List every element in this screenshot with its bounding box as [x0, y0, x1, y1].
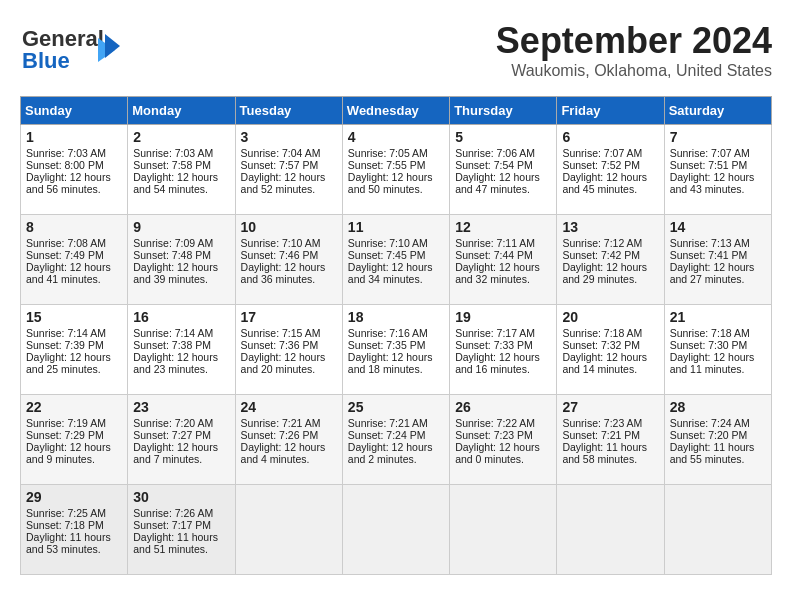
- table-row: 20 Sunrise: 7:18 AM Sunset: 7:32 PM Dayl…: [557, 305, 664, 395]
- daylight-label: Daylight: 12 hours and 16 minutes.: [455, 351, 540, 375]
- daylight-label: Daylight: 12 hours and 14 minutes.: [562, 351, 647, 375]
- table-row: 18 Sunrise: 7:16 AM Sunset: 7:35 PM Dayl…: [342, 305, 449, 395]
- table-row: 9 Sunrise: 7:09 AM Sunset: 7:48 PM Dayli…: [128, 215, 235, 305]
- sunset-label: Sunset: 7:45 PM: [348, 249, 426, 261]
- table-row: 28 Sunrise: 7:24 AM Sunset: 7:20 PM Dayl…: [664, 395, 771, 485]
- sunrise-label: Sunrise: 7:18 AM: [670, 327, 750, 339]
- day-number: 6: [562, 129, 658, 145]
- table-row: 16 Sunrise: 7:14 AM Sunset: 7:38 PM Dayl…: [128, 305, 235, 395]
- sunset-label: Sunset: 7:44 PM: [455, 249, 533, 261]
- daylight-label: Daylight: 12 hours and 25 minutes.: [26, 351, 111, 375]
- sunset-label: Sunset: 7:38 PM: [133, 339, 211, 351]
- daylight-label: Daylight: 12 hours and 39 minutes.: [133, 261, 218, 285]
- table-row: 6 Sunrise: 7:07 AM Sunset: 7:52 PM Dayli…: [557, 125, 664, 215]
- calendar-table: Sunday Monday Tuesday Wednesday Thursday…: [20, 96, 772, 575]
- daylight-label: Daylight: 11 hours and 58 minutes.: [562, 441, 647, 465]
- daylight-label: Daylight: 12 hours and 43 minutes.: [670, 171, 755, 195]
- calendar-week-row: 1 Sunrise: 7:03 AM Sunset: 8:00 PM Dayli…: [21, 125, 772, 215]
- day-number: 13: [562, 219, 658, 235]
- table-row: 25 Sunrise: 7:21 AM Sunset: 7:24 PM Dayl…: [342, 395, 449, 485]
- sunrise-label: Sunrise: 7:11 AM: [455, 237, 535, 249]
- calendar-week-row: 29 Sunrise: 7:25 AM Sunset: 7:18 PM Dayl…: [21, 485, 772, 575]
- day-number: 28: [670, 399, 766, 415]
- daylight-label: Daylight: 12 hours and 29 minutes.: [562, 261, 647, 285]
- day-number: 1: [26, 129, 122, 145]
- day-number: 9: [133, 219, 229, 235]
- sunrise-label: Sunrise: 7:05 AM: [348, 147, 428, 159]
- day-number: 25: [348, 399, 444, 415]
- daylight-label: Daylight: 12 hours and 7 minutes.: [133, 441, 218, 465]
- day-number: 16: [133, 309, 229, 325]
- table-row: 3 Sunrise: 7:04 AM Sunset: 7:57 PM Dayli…: [235, 125, 342, 215]
- sunset-label: Sunset: 7:39 PM: [26, 339, 104, 351]
- sunset-label: Sunset: 7:32 PM: [562, 339, 640, 351]
- day-number: 20: [562, 309, 658, 325]
- table-row: 10 Sunrise: 7:10 AM Sunset: 7:46 PM Dayl…: [235, 215, 342, 305]
- sunset-label: Sunset: 7:58 PM: [133, 159, 211, 171]
- col-wednesday: Wednesday: [342, 97, 449, 125]
- daylight-label: Daylight: 12 hours and 11 minutes.: [670, 351, 755, 375]
- day-number: 14: [670, 219, 766, 235]
- sunset-label: Sunset: 7:41 PM: [670, 249, 748, 261]
- table-row: [557, 485, 664, 575]
- sunset-label: Sunset: 7:49 PM: [26, 249, 104, 261]
- sunrise-label: Sunrise: 7:03 AM: [133, 147, 213, 159]
- sunset-label: Sunset: 7:17 PM: [133, 519, 211, 531]
- calendar-week-row: 22 Sunrise: 7:19 AM Sunset: 7:29 PM Dayl…: [21, 395, 772, 485]
- col-tuesday: Tuesday: [235, 97, 342, 125]
- day-number: 26: [455, 399, 551, 415]
- day-number: 30: [133, 489, 229, 505]
- sunset-label: Sunset: 7:27 PM: [133, 429, 211, 441]
- day-number: 18: [348, 309, 444, 325]
- table-row: 12 Sunrise: 7:11 AM Sunset: 7:44 PM Dayl…: [450, 215, 557, 305]
- sunset-label: Sunset: 7:52 PM: [562, 159, 640, 171]
- sunrise-label: Sunrise: 7:03 AM: [26, 147, 106, 159]
- sunset-label: Sunset: 7:48 PM: [133, 249, 211, 261]
- table-row: [664, 485, 771, 575]
- day-number: 12: [455, 219, 551, 235]
- daylight-label: Daylight: 12 hours and 4 minutes.: [241, 441, 326, 465]
- day-number: 5: [455, 129, 551, 145]
- table-row: 4 Sunrise: 7:05 AM Sunset: 7:55 PM Dayli…: [342, 125, 449, 215]
- table-row: 17 Sunrise: 7:15 AM Sunset: 7:36 PM Dayl…: [235, 305, 342, 395]
- day-number: 24: [241, 399, 337, 415]
- day-number: 23: [133, 399, 229, 415]
- daylight-label: Daylight: 12 hours and 47 minutes.: [455, 171, 540, 195]
- daylight-label: Daylight: 11 hours and 51 minutes.: [133, 531, 218, 555]
- page-header: General Blue September 2024 Waukomis, Ok…: [20, 20, 772, 80]
- sunset-label: Sunset: 7:20 PM: [670, 429, 748, 441]
- daylight-label: Daylight: 12 hours and 2 minutes.: [348, 441, 433, 465]
- table-row: 24 Sunrise: 7:21 AM Sunset: 7:26 PM Dayl…: [235, 395, 342, 485]
- sunset-label: Sunset: 7:21 PM: [562, 429, 640, 441]
- sunset-label: Sunset: 7:24 PM: [348, 429, 426, 441]
- day-number: 27: [562, 399, 658, 415]
- sunrise-label: Sunrise: 7:09 AM: [133, 237, 213, 249]
- sunset-label: Sunset: 7:23 PM: [455, 429, 533, 441]
- sunrise-label: Sunrise: 7:10 AM: [348, 237, 428, 249]
- sunrise-label: Sunrise: 7:21 AM: [241, 417, 321, 429]
- table-row: 27 Sunrise: 7:23 AM Sunset: 7:21 PM Dayl…: [557, 395, 664, 485]
- logo: General Blue: [20, 20, 130, 75]
- day-number: 4: [348, 129, 444, 145]
- sunrise-label: Sunrise: 7:10 AM: [241, 237, 321, 249]
- day-number: 11: [348, 219, 444, 235]
- day-number: 8: [26, 219, 122, 235]
- sunrise-label: Sunrise: 7:14 AM: [26, 327, 106, 339]
- title-section: September 2024 Waukomis, Oklahoma, Unite…: [496, 20, 772, 80]
- day-number: 3: [241, 129, 337, 145]
- sunset-label: Sunset: 7:29 PM: [26, 429, 104, 441]
- sunset-label: Sunset: 7:55 PM: [348, 159, 426, 171]
- table-row: 21 Sunrise: 7:18 AM Sunset: 7:30 PM Dayl…: [664, 305, 771, 395]
- sunset-label: Sunset: 7:51 PM: [670, 159, 748, 171]
- svg-text:Blue: Blue: [22, 48, 70, 73]
- sunset-label: Sunset: 7:30 PM: [670, 339, 748, 351]
- table-row: 13 Sunrise: 7:12 AM Sunset: 7:42 PM Dayl…: [557, 215, 664, 305]
- sunrise-label: Sunrise: 7:07 AM: [670, 147, 750, 159]
- daylight-label: Daylight: 12 hours and 9 minutes.: [26, 441, 111, 465]
- daylight-label: Daylight: 12 hours and 52 minutes.: [241, 171, 326, 195]
- daylight-label: Daylight: 12 hours and 41 minutes.: [26, 261, 111, 285]
- sunrise-label: Sunrise: 7:22 AM: [455, 417, 535, 429]
- col-sunday: Sunday: [21, 97, 128, 125]
- day-number: 22: [26, 399, 122, 415]
- daylight-label: Daylight: 12 hours and 34 minutes.: [348, 261, 433, 285]
